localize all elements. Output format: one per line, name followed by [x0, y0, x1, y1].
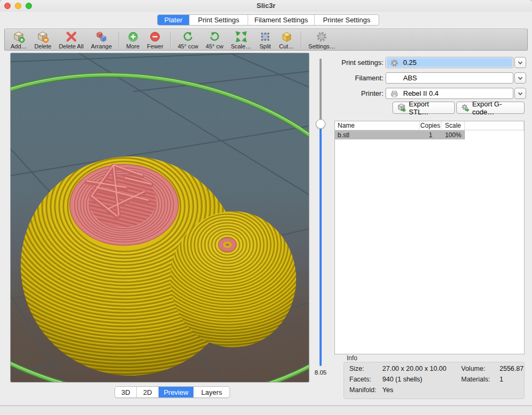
print-preview-scene — [11, 53, 309, 382]
delete-button[interactable]: Delete — [31, 30, 55, 49]
layer-slider-track-lower[interactable] — [320, 129, 322, 366]
chevron-down-icon — [517, 90, 523, 97]
toolbar-separator — [119, 31, 119, 48]
row-name: b.stl — [335, 130, 420, 139]
cut-icon — [280, 31, 293, 43]
toolbar-separator — [301, 31, 301, 48]
tab-plater[interactable]: Plater — [158, 15, 190, 25]
rotate-cw-icon — [208, 31, 221, 43]
view-tab-3d[interactable]: 3D — [115, 387, 137, 397]
more-copies-icon — [127, 31, 140, 43]
export-stl-icon — [397, 103, 406, 112]
view-mode-tabs: 3D 2D Preview Layers — [114, 386, 230, 398]
rotate-cw-button[interactable]: 45° cw — [202, 30, 227, 49]
split-icon — [259, 31, 272, 43]
column-header-empty — [465, 121, 524, 130]
settings-button[interactable]: Settings… — [305, 30, 339, 49]
rotate-ccw-icon — [182, 31, 194, 43]
settings-icon — [315, 31, 328, 43]
window-title: Slic3r — [0, 0, 532, 12]
layer-slider-thumb[interactable] — [316, 119, 325, 129]
manifold-value: Yes — [382, 386, 461, 397]
size-label: Size: — [349, 365, 382, 376]
arrange-button[interactable]: Arrange — [87, 30, 116, 49]
3d-preview-canvas[interactable] — [10, 53, 309, 383]
info-section-title: Info — [347, 354, 357, 362]
view-tab-preview[interactable]: Preview — [159, 387, 194, 397]
delete-all-button[interactable]: Delete All — [55, 30, 87, 49]
row-scale: 100% — [441, 130, 465, 139]
info-panel: Size: 27.00 x 20.00 x 10.00 Volume: 2556… — [343, 362, 525, 399]
scale-icon — [235, 31, 248, 43]
view-tab-2d[interactable]: 2D — [137, 387, 159, 397]
arrange-icon — [95, 31, 108, 43]
printer-icon — [390, 90, 398, 98]
printer-value: Rebel II 0.4 — [403, 88, 439, 98]
more-button[interactable]: More — [122, 30, 143, 49]
app-window: Slic3r Plater Print Settings Filament Se… — [0, 0, 532, 415]
title-bar: Slic3r — [0, 0, 532, 12]
manifold-label: Manifold: — [349, 386, 382, 397]
gear-icon — [390, 59, 398, 67]
export-stl-button[interactable]: Export STL… — [392, 102, 455, 114]
size-value: 27.00 x 20.00 x 10.00 — [382, 365, 461, 376]
fewer-button[interactable]: Fewer — [143, 30, 167, 49]
main-tab-bar: Plater Print Settings Filament Settings … — [157, 14, 379, 26]
add-button[interactable]: Add… — [7, 30, 31, 49]
table-row[interactable]: b.stl 1 100% — [335, 130, 524, 139]
fewer-copies-icon — [149, 31, 161, 43]
view-tab-layers[interactable]: Layers — [194, 387, 230, 397]
row-copies: 1 — [420, 130, 441, 139]
object-list: Name Copies Scale b.stl 1 100% — [334, 121, 525, 354]
export-stl-label: Export STL… — [409, 100, 450, 116]
cut-button[interactable]: Cut… — [275, 30, 298, 49]
facets-value: 940 (1 shells) — [382, 376, 461, 386]
filament-dropdown-button[interactable] — [514, 72, 526, 84]
plater-toolbar: Add… Delete Delete All — [4, 29, 528, 51]
add-object-icon — [12, 31, 25, 43]
footer-strip — [0, 406, 532, 415]
scale-button[interactable]: Scale… — [227, 30, 255, 49]
volume-value: 2556.87 — [500, 365, 524, 376]
layer-slider-value: 8.05 — [310, 369, 331, 376]
export-gcode-label: Export G-code… — [472, 100, 520, 116]
delete-all-icon — [65, 31, 78, 43]
materials-label: Materials: — [461, 376, 500, 386]
print-settings-value: 0.25 — [403, 57, 416, 68]
facets-label: Facets: — [349, 376, 382, 386]
tab-printer-settings[interactable]: Printer Settings — [315, 15, 379, 25]
printer-label: Printer: — [334, 88, 383, 99]
split-button[interactable]: Split — [255, 30, 275, 49]
filament-label: Filament: — [334, 72, 383, 84]
printer-dropdown-button[interactable] — [514, 88, 526, 99]
toolbar-separator — [170, 31, 171, 48]
delete-object-icon — [36, 31, 49, 43]
object-list-header: Name Copies Scale — [335, 121, 524, 130]
export-gcode-button[interactable]: Export G-code… — [456, 102, 525, 114]
chevron-down-icon — [517, 75, 523, 81]
print-settings-dropdown-button[interactable] — [514, 57, 526, 68]
tab-print-settings[interactable]: Print Settings — [190, 15, 248, 25]
filament-combo[interactable]: ABS — [386, 72, 513, 84]
print-settings-combo[interactable]: 0.25 — [386, 57, 513, 68]
print-settings-label: Print settings: — [334, 57, 383, 68]
rotate-ccw-button[interactable]: 45° ccw — [174, 30, 202, 49]
volume-label: Volume: — [461, 365, 500, 376]
column-header-scale[interactable]: Scale — [441, 121, 465, 130]
layer-slider-track-upper[interactable] — [320, 59, 322, 124]
column-header-copies[interactable]: Copies — [420, 121, 441, 130]
filament-value: ABS — [403, 73, 417, 83]
materials-value: 1 — [500, 376, 524, 386]
tab-filament-settings[interactable]: Filament Settings — [248, 15, 315, 25]
printer-combo[interactable]: Rebel II 0.4 — [386, 88, 513, 99]
chevron-down-icon — [517, 60, 523, 66]
export-gcode-icon — [461, 103, 470, 112]
column-header-name[interactable]: Name — [335, 121, 420, 130]
